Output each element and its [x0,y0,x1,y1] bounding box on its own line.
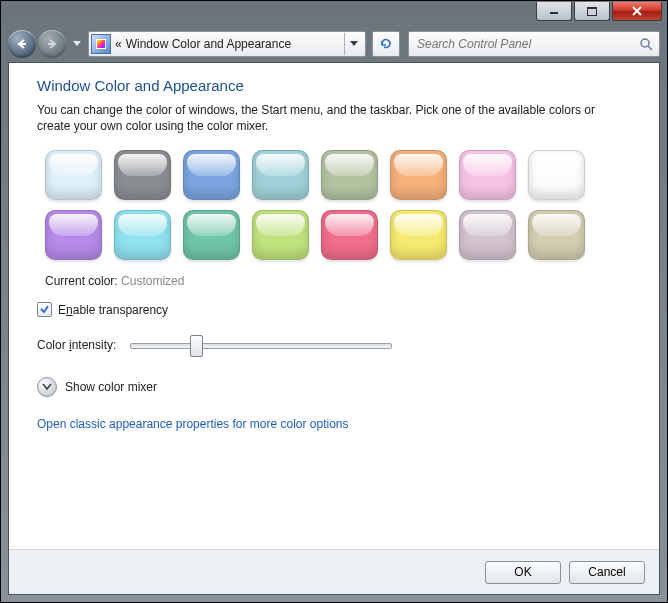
color-swatch[interactable] [183,210,240,260]
arrow-right-icon [45,37,59,51]
color-swatch[interactable] [321,150,378,200]
color-swatch[interactable] [114,150,171,200]
address-dropdown[interactable] [344,33,363,55]
ok-button[interactable]: OK [485,561,561,584]
svg-rect-0 [550,12,558,14]
dialog-footer: OK Cancel [9,549,659,594]
current-color: Current color: Customized [45,274,631,288]
color-swatch[interactable] [390,150,447,200]
swatch-row [45,150,631,200]
color-swatch[interactable] [459,150,516,200]
search-input[interactable] [415,36,639,52]
refresh-button[interactable] [372,31,400,57]
color-swatch[interactable] [321,210,378,260]
color-intensity-row: Color intensity: [37,335,631,355]
search-box[interactable] [408,31,660,57]
refresh-icon [379,37,393,51]
svg-point-3 [641,39,649,47]
search-icon [639,37,653,51]
color-intensity-slider[interactable] [130,335,392,355]
color-swatch[interactable] [528,210,585,260]
svg-rect-1 [588,7,597,15]
chevron-down-icon [350,41,358,47]
checkmark-icon [39,304,50,315]
cancel-button[interactable]: Cancel [569,561,645,584]
forward-button[interactable] [38,30,66,58]
color-swatch[interactable] [183,150,240,200]
slider-thumb[interactable] [190,335,203,357]
color-swatch[interactable] [114,210,171,260]
client-area: Window Color and Appearance You can chan… [8,62,660,595]
content: Window Color and Appearance You can chan… [9,63,659,549]
chevron-down-icon [42,383,52,391]
swatch-row [45,210,631,260]
classic-appearance-link[interactable]: Open classic appearance properties for m… [37,417,631,431]
color-swatch[interactable] [390,210,447,260]
color-swatch[interactable] [252,150,309,200]
enable-transparency-label[interactable]: Enable transparency [58,303,168,317]
color-swatch-grid [45,150,631,260]
maximize-button[interactable] [574,2,610,21]
page-title: Window Color and Appearance [37,77,631,94]
minimize-button[interactable] [536,2,572,21]
current-color-label: Current color: [45,274,118,288]
navigation-bar: « Window Color and Appearance [0,26,668,62]
color-swatch[interactable] [252,210,309,260]
address-bar[interactable]: « Window Color and Appearance [88,31,366,57]
personalization-icon [91,34,111,54]
maximize-icon [587,7,597,16]
close-button[interactable] [612,2,662,21]
color-swatch[interactable] [459,210,516,260]
control-panel-window: « Window Color and Appearance Window Col… [0,0,668,603]
color-swatch[interactable] [45,150,102,200]
chevron-down-icon [73,41,81,47]
recent-pages-dropdown[interactable] [70,35,84,53]
expand-button[interactable] [37,377,57,397]
enable-transparency-row: Enable transparency [37,302,631,317]
close-icon [631,6,643,16]
slider-track [130,343,392,349]
svg-rect-2 [587,7,597,9]
nav-buttons [8,30,66,58]
arrow-left-icon [15,37,29,51]
color-swatch[interactable] [45,210,102,260]
breadcrumb[interactable]: « Window Color and Appearance [115,37,340,51]
show-color-mixer[interactable]: Show color mixer [37,377,631,397]
show-color-mixer-label: Show color mixer [65,380,157,394]
back-button[interactable] [8,30,36,58]
titlebar [0,0,668,26]
color-intensity-label: Color intensity: [37,338,116,352]
enable-transparency-checkbox[interactable] [37,302,52,317]
breadcrumb-text: Window Color and Appearance [126,37,291,51]
current-color-value: Customized [121,274,184,288]
breadcrumb-prefix: « [115,37,122,51]
page-description: You can change the color of windows, the… [37,102,631,134]
minimize-icon [549,7,559,15]
color-swatch[interactable] [528,150,585,200]
